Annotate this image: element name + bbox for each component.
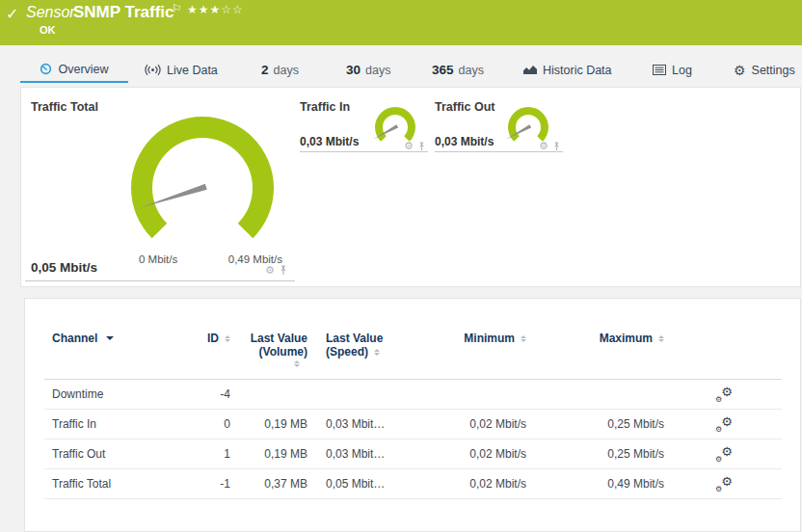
module-gear-icon[interactable]: ⚙ [539, 141, 548, 151]
channel-id: -4 [177, 380, 230, 410]
gauges-panel: Traffic Total 0 Mbit/s 0,49 Mbit/s 0,05 … [20, 87, 801, 287]
last-value-volume: 0,19 MB [230, 410, 307, 439]
prtg-sensor-page: ✓ Sensor SNMP Traffic ⚐ ★★★☆☆ OK Overvie… [0, 0, 802, 532]
last-value-volume [230, 380, 307, 410]
maximum-value: 0,25 Mbit/s [526, 439, 664, 469]
traffic-total-value: 0,05 Mbit/s [31, 260, 97, 275]
tab-bar: Overview Live Data 2 days 30 days [0, 57, 802, 83]
gauge-scale-min: 0 Mbit/s [139, 253, 177, 265]
column-header-last-value-volume[interactable]: Last Value (Volume) [230, 332, 307, 367]
gauge-in-title: Traffic In [300, 100, 350, 114]
sensor-title: SNMP Traffic [73, 3, 174, 22]
channel-id: 1 [177, 439, 230, 469]
flag-icon[interactable]: ⚐ [172, 2, 182, 15]
historic-chart-icon [523, 65, 537, 75]
tab-settings[interactable]: ⚙ Settings [734, 57, 795, 83]
tab-live-data[interactable]: Live Data [145, 57, 218, 83]
tab-overview[interactable]: Overview [20, 57, 128, 83]
tab-number: 2 [261, 63, 269, 77]
tab-historic-data[interactable]: Historic Data [523, 57, 612, 83]
minimum-value: 0,02 Mbit/s [447, 410, 526, 439]
tab-label: Live Data [167, 64, 218, 77]
gauge-icon [40, 63, 52, 75]
module-underline [435, 151, 563, 152]
tab-log[interactable]: Log [653, 57, 692, 83]
channel-table-panel: Channel ID Last Value (Volume) Last Valu… [24, 298, 801, 532]
gauge-total-title: Traffic Total [31, 100, 98, 114]
tab-30-days[interactable]: 30 days [346, 57, 390, 83]
traffic-total-gauge [123, 109, 281, 267]
maximum-value [526, 380, 664, 410]
last-value-volume: 0,19 MB [230, 439, 307, 469]
last-value-speed: 0,05 Mbit… [307, 469, 447, 499]
channel-settings-gears-icon[interactable]: ⚙⚙ [715, 417, 733, 433]
traffic-out-value: 0,03 Mbit/s [435, 135, 494, 148]
column-header-minimum[interactable]: Minimum [447, 332, 526, 367]
pin-icon[interactable] [417, 142, 426, 151]
channel-name[interactable]: Traffic Total [44, 469, 177, 499]
tab-label: days [459, 64, 484, 77]
tab-2-days[interactable]: 2 days [261, 57, 299, 83]
status-check-icon: ✓ [6, 5, 18, 23]
sensor-status-text: OK [40, 24, 56, 36]
module-actions: ⚙ [265, 265, 288, 276]
log-icon [653, 65, 666, 75]
pin-icon[interactable] [552, 142, 561, 151]
last-value-volume: 0,37 MB [230, 469, 307, 499]
sort-arrows-icon [294, 360, 300, 367]
priority-stars[interactable]: ★★★☆☆ [187, 3, 244, 16]
channel-id: -1 [177, 469, 230, 499]
sensor-kind-label: Sensor [26, 4, 75, 21]
pin-icon[interactable] [279, 265, 288, 276]
maximum-value: 0,25 Mbit/s [526, 410, 664, 439]
minimum-value: 0,02 Mbit/s [447, 439, 526, 469]
tab-label: days [274, 64, 299, 77]
live-data-icon [145, 64, 161, 76]
table-row-traffic-in: Traffic In 0 0,19 MB 0,03 Mbit… 0,02 Mbi… [44, 410, 782, 439]
module-underline [300, 151, 428, 152]
table-row-downtime: Downtime -4 ⚙⚙ [44, 380, 782, 410]
table-row-traffic-total: Traffic Total -1 0,37 MB 0,05 Mbit… 0,02… [44, 469, 782, 499]
column-header-last-value-speed[interactable]: Last Value (Speed) [307, 332, 447, 367]
channel-name[interactable]: Downtime [44, 380, 177, 410]
last-value-speed [307, 380, 447, 410]
sensor-status-bar: ✓ Sensor SNMP Traffic ⚐ ★★★☆☆ OK [0, 0, 802, 45]
channel-name[interactable]: Traffic In [44, 410, 177, 439]
sort-arrows-icon [374, 349, 380, 356]
column-header-channel[interactable]: Channel [44, 332, 177, 367]
channel-settings-gears-icon[interactable]: ⚙⚙ [715, 387, 733, 403]
tab-label: Overview [58, 63, 108, 76]
tab-label: days [365, 64, 390, 77]
channel-settings-gears-icon[interactable]: ⚙⚙ [715, 447, 733, 463]
traffic-in-value: 0,03 Mbit/s [300, 135, 359, 148]
tab-365-days[interactable]: 365 days [432, 57, 484, 83]
module-actions: ⚙ [404, 141, 426, 151]
sort-caret-icon [106, 336, 114, 344]
column-header-maximum[interactable]: Maximum [526, 332, 664, 367]
minimum-value: 0,02 Mbit/s [447, 469, 526, 499]
channel-name[interactable]: Traffic Out [44, 439, 177, 469]
module-gear-icon[interactable]: ⚙ [265, 265, 275, 276]
last-value-speed: 0,03 Mbit… [307, 410, 447, 439]
tab-label: Historic Data [543, 64, 612, 77]
module-underline [25, 280, 295, 281]
module-gear-icon[interactable]: ⚙ [404, 141, 414, 151]
channel-table-header: Channel ID Last Value (Volume) Last Valu… [44, 332, 782, 380]
tab-label: Log [672, 64, 692, 77]
channel-id: 0 [177, 410, 230, 439]
last-value-speed: 0,03 Mbit… [307, 439, 447, 469]
tab-label: Settings [752, 64, 795, 77]
tab-number: 30 [346, 63, 361, 77]
table-row-traffic-out: Traffic Out 1 0,19 MB 0,03 Mbit… 0,02 Mb… [44, 439, 782, 469]
column-header-id[interactable]: ID [177, 332, 230, 367]
gauge-out-title: Traffic Out [435, 100, 495, 114]
settings-gear-icon: ⚙ [734, 64, 746, 77]
maximum-value: 0,49 Mbit/s [526, 469, 664, 499]
module-actions: ⚙ [539, 141, 561, 151]
tab-number: 365 [432, 63, 454, 77]
minimum-value [447, 380, 526, 410]
channel-settings-gears-icon[interactable]: ⚙⚙ [715, 477, 733, 492]
